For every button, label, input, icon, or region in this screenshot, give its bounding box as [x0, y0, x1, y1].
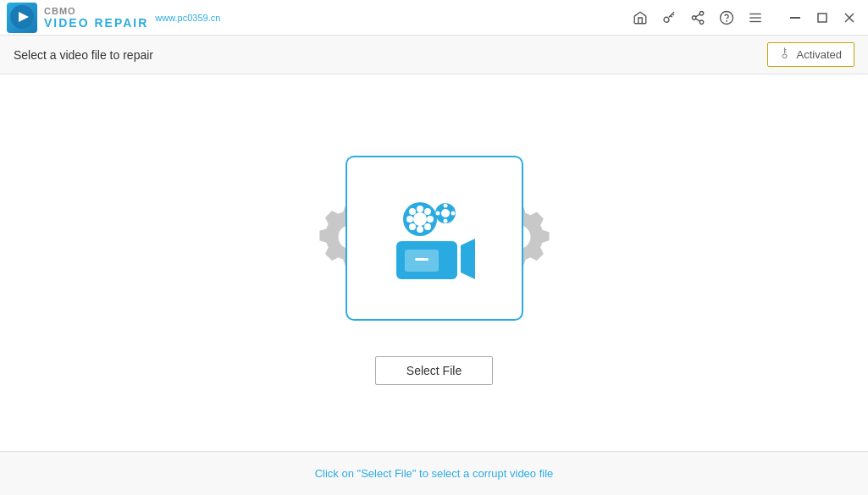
page-title: Select a video file to repair: [14, 48, 153, 62]
svg-point-30: [443, 203, 447, 207]
app-logo: [7, 3, 37, 33]
svg-point-19: [413, 212, 427, 226]
logo-inner: [8, 3, 36, 32]
app-website: www.pc0359.cn: [155, 13, 220, 23]
close-button[interactable]: [838, 6, 861, 30]
center-card: [346, 156, 523, 321]
svg-point-27: [409, 223, 416, 230]
hint-text: Click on "Select File" to select a corru…: [315, 467, 554, 480]
svg-point-23: [427, 216, 434, 223]
svg-point-31: [443, 218, 447, 223]
svg-point-8: [721, 11, 733, 24]
activated-label: Activated: [797, 48, 842, 61]
svg-point-33: [451, 211, 455, 215]
app-brand: CBMO: [44, 6, 148, 16]
title-left: CBMO VIDEO REPAIR www.pc0359.cn: [7, 3, 220, 33]
share-icon[interactable]: [690, 10, 705, 25]
svg-point-2: [664, 17, 669, 22]
svg-point-3: [699, 11, 704, 15]
svg-point-32: [435, 211, 440, 215]
title-text-group: CBMO VIDEO REPAIR: [44, 6, 148, 30]
menu-icon[interactable]: [748, 10, 763, 25]
main-content: Select File: [0, 74, 868, 451]
window-buttons: [783, 6, 861, 30]
home-icon[interactable]: [633, 10, 648, 25]
app-title: VIDEO REPAIR: [44, 16, 148, 30]
key-icon[interactable]: [661, 10, 677, 25]
activated-button[interactable]: Activated: [767, 42, 854, 67]
bottom-bar: Click on "Select File" to select a corru…: [0, 451, 868, 495]
minimize-button[interactable]: [783, 6, 807, 30]
svg-point-22: [406, 216, 413, 223]
svg-line-7: [695, 14, 699, 16]
svg-rect-13: [790, 17, 800, 19]
svg-point-17: [782, 53, 788, 59]
select-file-button[interactable]: Select File: [375, 356, 493, 385]
svg-point-20: [417, 206, 423, 212]
illustration-wrapper: [307, 141, 561, 336]
svg-point-4: [692, 15, 696, 19]
svg-marker-37: [461, 239, 475, 279]
help-icon[interactable]: [719, 10, 734, 25]
toolbar-row: Select a video file to repair Activated: [0, 36, 868, 74]
title-bar: CBMO VIDEO REPAIR www.pc0359.cn: [0, 0, 868, 36]
svg-point-21: [417, 226, 423, 233]
svg-point-26: [424, 208, 431, 215]
svg-point-24: [409, 208, 416, 215]
svg-point-29: [441, 209, 450, 217]
svg-line-6: [695, 19, 699, 21]
title-controls: [633, 6, 861, 30]
svg-point-25: [424, 223, 431, 230]
maximize-button[interactable]: [810, 6, 834, 30]
svg-rect-14: [818, 14, 827, 22]
svg-point-5: [699, 20, 704, 25]
svg-rect-36: [415, 258, 428, 261]
activated-key-icon: [777, 46, 795, 64]
